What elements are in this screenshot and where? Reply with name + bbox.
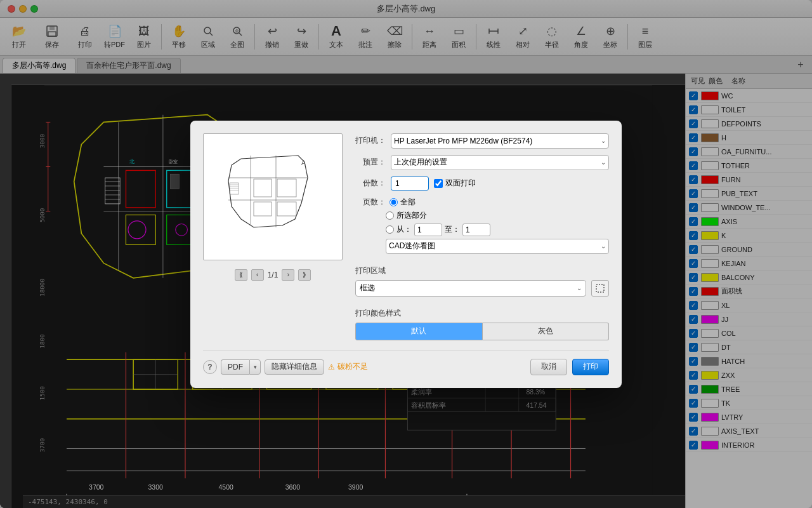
printer-row: 打印机： HP LaserJet Pro MFP M226dw (BF2574)… — [355, 133, 609, 149]
warning-area: ⚠ 碳粉不足 — [328, 361, 368, 372]
pages-label: 页数： — [355, 197, 386, 208]
page-indicator: 1/1 — [268, 271, 278, 279]
pages-from-label: 从： — [396, 224, 412, 235]
color-default-btn[interactable]: 默认 — [355, 323, 483, 340]
print-area-section: 打印区域 框选 ⌄ — [355, 263, 609, 297]
preset-label: 预置： — [355, 157, 386, 168]
preview-nav: ⟪ ‹ 1/1 › ⟫ — [203, 269, 343, 281]
print-preview-box: A — [203, 133, 343, 260]
nav-next-btn[interactable]: › — [282, 269, 294, 281]
preset-row: 预置： 上次使用的设置 ⌄ — [355, 155, 609, 170]
area-value: 框选 — [360, 283, 375, 293]
pdf-button[interactable]: PDF — [221, 359, 249, 375]
color-style-title: 打印颜色样式 — [355, 308, 609, 319]
pages-to-label: 至： — [445, 224, 460, 235]
printer-arrow: ⌄ — [601, 137, 606, 144]
color-section: 打印颜色样式 默认 灰色 — [355, 305, 609, 340]
duplex-row: 双面打印 — [434, 178, 476, 189]
hide-info-button[interactable]: 隐藏详细信息 — [265, 359, 324, 375]
printer-select[interactable]: HP LaserJet Pro MFP M226dw (BF2574) ⌄ — [391, 133, 609, 149]
duplex-checkbox[interactable] — [434, 179, 443, 188]
print-dialog: A ⟪ ‹ 1/1 › ⟫ — [190, 121, 622, 388]
pages-all-label: 全部 — [400, 197, 416, 208]
footer-right: 取消 打印 — [530, 359, 609, 375]
viewer-arrow: ⌄ — [601, 243, 606, 250]
pages-range-radio[interactable] — [386, 225, 394, 234]
nav-last-btn[interactable]: ⟫ — [298, 269, 311, 281]
main-content: 3000 5000 18000 1800 1500 3700 — [0, 74, 812, 508]
print-dialog-overlay: A ⟪ ‹ 1/1 › ⟫ — [0, 74, 812, 508]
pages-row: 页数： 全部 所选部分 — [355, 197, 609, 254]
preview-svg: A — [209, 140, 336, 254]
preset-value: 上次使用的设置 — [394, 157, 447, 168]
pdf-dropdown-btn[interactable]: ▾ — [249, 359, 261, 375]
dialog-body: A ⟪ ‹ 1/1 › ⟫ — [203, 133, 609, 340]
copies-input[interactable] — [391, 177, 429, 190]
preset-arrow: ⌄ — [601, 159, 606, 166]
page-from-input[interactable] — [414, 224, 442, 236]
color-buttons: 默认 灰色 — [355, 323, 609, 340]
nav-prev-btn[interactable]: ‹ — [251, 269, 264, 281]
nav-first-btn[interactable]: ⟪ — [235, 269, 247, 281]
print-button[interactable]: 打印 — [572, 359, 609, 375]
copies-row: 份数： 双面打印 — [355, 177, 609, 190]
printer-label: 打印机： — [355, 135, 386, 146]
warning-icon: ⚠ — [328, 363, 335, 371]
duplex-label: 双面打印 — [445, 178, 476, 189]
crop-icon — [595, 283, 605, 293]
print-area-title: 打印区域 — [355, 265, 609, 276]
color-gray-btn[interactable]: 灰色 — [483, 323, 610, 340]
print-area-row: 框选 ⌄ — [355, 280, 609, 297]
help-button[interactable]: ? — [203, 360, 217, 374]
dialog-form: 打印机： HP LaserJet Pro MFP M226dw (BF2574)… — [355, 133, 609, 340]
pages-selection-radio[interactable] — [386, 211, 394, 220]
viewer-select[interactable]: CAD迷你看图 ⌄ — [386, 239, 609, 254]
viewer-value: CAD迷你看图 — [389, 241, 435, 251]
warning-text: 碳粉不足 — [337, 361, 368, 372]
footer-left: ? PDF ▾ 隐藏详细信息 ⚠ 碳粉不足 — [203, 359, 368, 375]
app-window: 多层小高等.dwg 📂 打开 保存 🖨 打印 📄 转PDF 🖼 图片 ✋ — [0, 0, 812, 508]
area-icon-btn[interactable] — [591, 280, 609, 297]
copies-label: 份数： — [355, 178, 386, 189]
printer-value: HP LaserJet Pro MFP M226dw (BF2574) — [394, 137, 532, 145]
pdf-group: PDF ▾ — [221, 359, 261, 375]
area-arrow: ⌄ — [577, 284, 582, 291]
cancel-button[interactable]: 取消 — [530, 359, 567, 375]
dialog-footer: ? PDF ▾ 隐藏详细信息 ⚠ 碳粉不足 取消 打印 — [203, 351, 609, 375]
pages-selection-label: 所选部分 — [396, 210, 427, 221]
svg-rect-114 — [596, 284, 604, 292]
preset-select[interactable]: 上次使用的设置 ⌄ — [391, 155, 609, 170]
svg-text:A: A — [301, 159, 306, 166]
pages-all-radio[interactable] — [390, 198, 398, 206]
area-select[interactable]: 框选 ⌄ — [355, 280, 586, 297]
dialog-preview: A ⟪ ‹ 1/1 › ⟫ — [203, 133, 343, 340]
page-to-input[interactable] — [462, 224, 490, 236]
